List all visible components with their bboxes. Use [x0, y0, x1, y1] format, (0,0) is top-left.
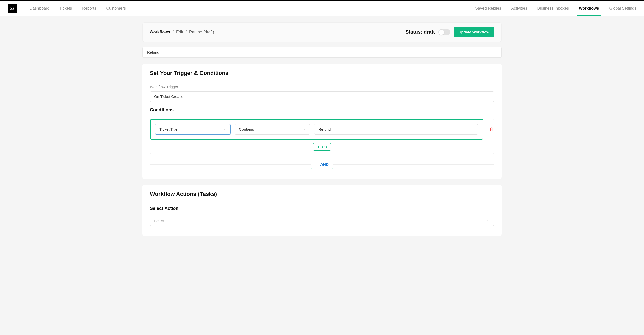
condition-field-value: Ticket Title — [159, 127, 177, 131]
logo-icon — [10, 6, 15, 11]
chevron-down-icon — [487, 95, 490, 98]
main-nav: Dashboard Tickets Reports Customers Save… — [0, 1, 644, 16]
toggle-knob — [439, 30, 444, 35]
trigger-label: Workflow Trigger — [150, 85, 494, 89]
condition-value-input[interactable] — [314, 124, 478, 135]
trigger-select[interactable]: On Ticket Creation — [150, 91, 494, 102]
actions-title: Workflow Actions (Tasks) — [150, 191, 494, 197]
nav-global-settings[interactable]: Global Settings — [609, 1, 636, 16]
actions-card: Workflow Actions (Tasks) Select Action S… — [142, 185, 502, 236]
trigger-select-value: On Ticket Creation — [154, 94, 185, 99]
condition-operator-select[interactable]: Contains — [235, 124, 310, 135]
status-toggle[interactable] — [438, 29, 450, 35]
conditions-heading: Conditions — [150, 107, 174, 114]
plus-icon — [317, 145, 320, 149]
select-action-label: Select Action — [150, 206, 494, 211]
condition-field-select[interactable]: Ticket Title — [155, 124, 231, 135]
breadcrumb-root[interactable]: Workflows — [150, 30, 170, 35]
nav-tickets[interactable]: Tickets — [59, 1, 72, 16]
app-logo[interactable] — [8, 4, 17, 13]
workflow-name-input[interactable] — [142, 47, 502, 58]
trash-icon[interactable] — [489, 127, 494, 132]
breadcrumb-edit[interactable]: Edit — [176, 30, 183, 35]
action-select-placeholder: Select — [154, 219, 165, 223]
nav-activities[interactable]: Activities — [511, 1, 527, 16]
nav-customers[interactable]: Customers — [106, 1, 126, 16]
nav-business-inboxes[interactable]: Business Inboxes — [537, 1, 569, 16]
nav-dashboard[interactable]: Dashboard — [30, 1, 49, 16]
condition-wrapper: Ticket Title Contains — [150, 119, 494, 154]
action-select[interactable]: Select — [150, 216, 494, 226]
nav-saved-replies[interactable]: Saved Replies — [475, 1, 501, 16]
trigger-title: Set Your Trigger & Conditions — [150, 70, 494, 76]
trigger-card: Set Your Trigger & Conditions Workflow T… — [142, 64, 502, 179]
page-header: Workflows / Edit / Refund (draft) Status… — [142, 22, 502, 42]
nav-reports[interactable]: Reports — [82, 1, 96, 16]
breadcrumb-sep: / — [173, 30, 174, 35]
add-or-button[interactable]: OR — [313, 143, 331, 151]
breadcrumb: Workflows / Edit / Refund (draft) — [150, 30, 214, 35]
chevron-down-icon — [487, 219, 490, 222]
update-workflow-button[interactable]: Update Workflow — [454, 27, 494, 37]
condition-operator-value: Contains — [239, 127, 254, 131]
chevron-down-icon — [303, 128, 306, 131]
plus-icon — [315, 163, 319, 166]
status-label: Status: draft — [405, 29, 435, 35]
condition-group: Ticket Title Contains — [150, 119, 483, 140]
add-and-button[interactable]: AND — [311, 160, 333, 169]
chevron-down-icon — [223, 128, 226, 131]
nav-workflows[interactable]: Workflows — [579, 1, 599, 16]
breadcrumb-item: Refund (draft) — [189, 30, 214, 35]
breadcrumb-sep: / — [186, 30, 187, 35]
